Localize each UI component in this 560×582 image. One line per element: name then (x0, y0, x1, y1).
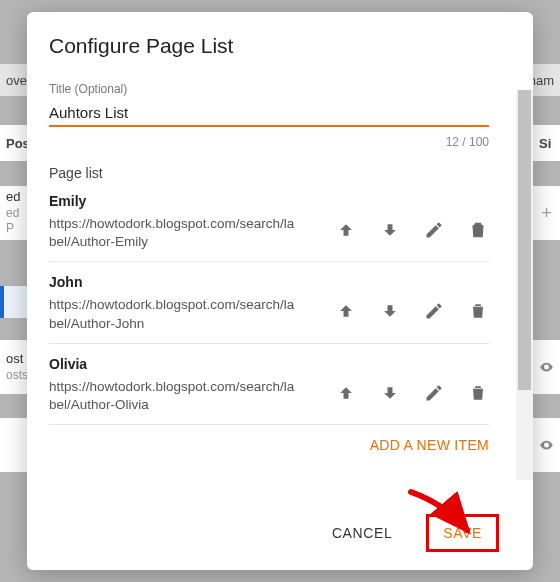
page-list-label: Page list (49, 165, 511, 181)
page-url: https://howtodork.blogspot.com/search/la… (49, 378, 299, 414)
edit-icon[interactable] (423, 296, 445, 326)
add-new-item-button[interactable]: ADD A NEW ITEM (49, 437, 489, 453)
edit-icon[interactable] (423, 378, 445, 408)
bg-left-2: ost osts (0, 340, 27, 394)
bg-left-1: ed ed P (0, 186, 27, 240)
dialog-footer: CANCEL SAVE (49, 514, 499, 552)
page-list-item: Emily https://howtodork.blogspot.com/sea… (49, 193, 489, 262)
bg-left-sel (0, 286, 27, 318)
move-up-icon[interactable] (335, 378, 357, 408)
title-char-counter: 12 / 100 (49, 135, 489, 149)
page-name: John (49, 274, 489, 290)
title-field-label: Title (Optional) (49, 82, 511, 96)
move-up-icon[interactable] (335, 296, 357, 326)
bg-left-header: Pos (0, 125, 27, 161)
page-name: Emily (49, 193, 489, 209)
move-up-icon[interactable] (335, 215, 357, 245)
edit-icon[interactable] (423, 215, 445, 245)
configure-page-list-dialog: Configure Page List Title (Optional) 12 … (27, 12, 533, 570)
cancel-button[interactable]: CANCEL (318, 515, 406, 551)
page-list-item: John https://howtodork.blogspot.com/sear… (49, 274, 489, 343)
move-down-icon[interactable] (379, 296, 401, 326)
scrollbar[interactable] (516, 90, 533, 480)
page-url: https://howtodork.blogspot.com/search/la… (49, 215, 299, 251)
title-input[interactable] (49, 102, 489, 127)
delete-icon[interactable] (467, 378, 489, 408)
move-down-icon[interactable] (379, 378, 401, 408)
save-button[interactable]: SAVE (426, 514, 499, 552)
delete-icon[interactable] (467, 215, 489, 245)
scrollbar-thumb[interactable] (518, 90, 531, 390)
page-list-item: Olivia https://howtodork.blogspot.com/se… (49, 356, 489, 425)
page-name: Olivia (49, 356, 489, 372)
dialog-title: Configure Page List (49, 34, 511, 58)
bg-left-3 (0, 418, 27, 472)
delete-icon[interactable] (467, 296, 489, 326)
bg-eye-1 (533, 340, 560, 394)
bg-eye-2 (533, 418, 560, 472)
move-down-icon[interactable] (379, 215, 401, 245)
bg-right-header: Si (533, 125, 560, 161)
page-url: https://howtodork.blogspot.com/search/la… (49, 296, 299, 332)
bg-plus: + (533, 186, 560, 240)
